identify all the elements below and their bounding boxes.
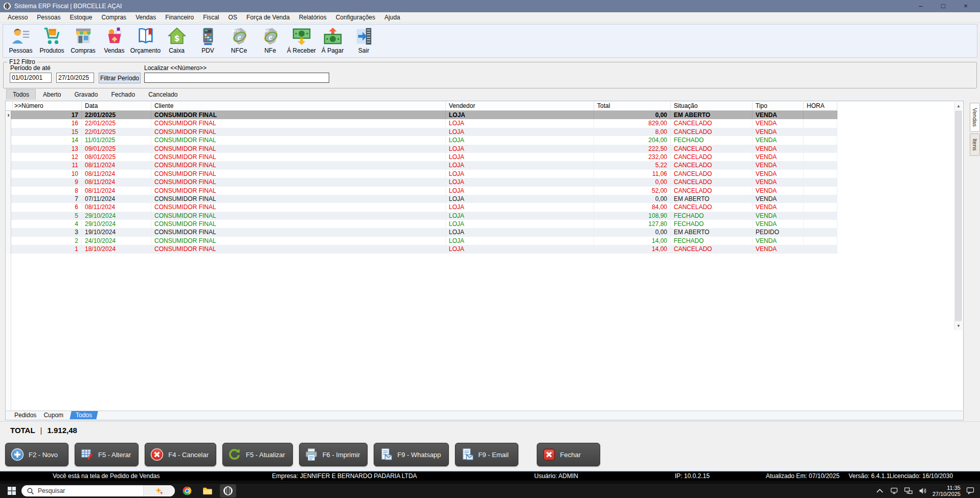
menu-item[interactable]: Financeiro [161,13,198,22]
action-button[interactable]: F2 - Novo [5,443,69,466]
cell-situacao: CANCELADO [671,161,753,169]
menu-item[interactable]: Relatórios [294,13,331,22]
side-tab[interactable]: Itens [970,133,980,156]
table-row[interactable]: 16 22/01/2025 CONSUMIDOR FINAL LOJA 829,… [6,119,837,127]
menu-item[interactable]: Pessoas [32,13,65,22]
action-button[interactable]: Fechar [537,443,600,466]
table-row[interactable]: 9 08/11/2024 CONSUMIDOR FINAL LOJA 0,00 … [6,178,837,186]
notification-center-icon[interactable] [966,486,975,495]
status-filter-tab[interactable]: Fechado [105,89,141,100]
toolbar-button[interactable]: Produtos [36,27,67,54]
cell-situacao: CANCELADO [671,153,753,161]
view-tab[interactable]: Cupom [43,412,63,419]
tray-chevron-up-icon[interactable] [875,486,884,495]
action-button-label: Fechar [560,451,581,459]
column-header[interactable]: Vendedor [446,102,594,110]
date-to-input[interactable] [56,73,94,83]
scroll-down-icon[interactable]: ▼ [955,322,962,330]
taskbar-search[interactable]: Pesquisar [21,485,175,496]
menu-item[interactable]: Ajuda [380,13,405,22]
status-filter-tab[interactable]: Gravado [68,89,104,100]
cell-tipo: VENDA [753,111,804,119]
table-row[interactable]: 5 29/10/2024 CONSUMIDOR FINAL LOJA 108,9… [6,212,837,220]
toolbar-button[interactable]: Á Pagar [317,27,348,54]
view-tab[interactable]: Pedidos [14,412,36,419]
cell-numero: 13 [11,145,82,153]
tray-device-icon[interactable] [890,486,899,495]
side-tab[interactable]: Vendas [970,103,980,132]
menu-item[interactable]: Vendas [131,13,161,22]
basket-icon [105,27,124,46]
table-row[interactable]: 2 24/10/2024 CONSUMIDOR FINAL LOJA 14,00… [6,237,837,245]
table-row[interactable]: › 17 22/01/2025 CONSUMIDOR FINAL LOJA 0,… [6,111,837,119]
menu-item[interactable]: Configurações [331,13,380,22]
table-row[interactable]: 15 22/01/2025 CONSUMIDOR FINAL LOJA 8,00… [6,128,837,136]
taskbar-clock[interactable]: 11:35 27/10/2025 [932,485,961,497]
browser-taskbar-icon[interactable] [179,484,195,497]
cell-hora [804,128,837,136]
toolbar-button[interactable]: Orçamento [130,27,161,54]
table-row[interactable]: 10 08/11/2024 CONSUMIDOR FINAL LOJA 11,0… [6,170,837,178]
menu-item[interactable]: Força de Venda [242,13,294,22]
table-row[interactable]: 11 08/11/2024 CONSUMIDOR FINAL LOJA 5,22… [6,161,837,169]
action-button[interactable]: F4 - Cancelar [145,443,216,466]
column-header[interactable]: >>Número [11,102,82,110]
search-number-input[interactable] [144,73,329,83]
minimize-button[interactable]: – [909,0,932,12]
toolbar-button[interactable]: $ Caixa [161,27,192,54]
toolbar-button[interactable]: Á Receber [286,27,317,54]
status-filter-tab[interactable]: Cancelado [142,89,184,100]
table-row[interactable]: 13 09/01/2025 CONSUMIDOR FINAL LOJA 222,… [6,145,837,153]
menu-item[interactable]: Fiscal [198,13,223,22]
column-header[interactable]: Data [82,102,151,110]
file-explorer-taskbar-icon[interactable] [199,484,216,497]
start-button[interactable] [4,484,19,497]
tray-volume-icon[interactable] [918,486,927,495]
cell-situacao: FECHADO [671,136,753,144]
toolbar-button[interactable]: Vendas [99,27,130,54]
table-row[interactable]: 7 07/11/2024 CONSUMIDOR FINAL LOJA 0,00 … [6,195,837,203]
cell-cliente: CONSUMIDOR FINAL [151,153,446,161]
table-row[interactable]: 14 11/01/2025 CONSUMIDOR FINAL LOJA 204,… [6,136,837,144]
scroll-up-icon[interactable]: ▲ [955,102,962,110]
action-button[interactable]: F9 - Email [455,443,518,466]
menu-item[interactable]: Acesso [3,13,32,22]
copilot-icon[interactable] [143,485,175,496]
column-header[interactable]: Situação [671,102,753,110]
filter-period-button[interactable]: Filtrar Período [99,73,141,83]
table-row[interactable]: 8 08/11/2024 CONSUMIDOR FINAL LOJA 52,00… [6,187,837,195]
column-header[interactable]: Tipo [753,102,804,110]
close-button[interactable]: × [954,0,977,12]
book-icon [136,27,155,46]
action-button[interactable]: F9 - Whatsapp [374,443,448,466]
action-button[interactable]: F5 - Atualizar [222,443,293,466]
toolbar-button[interactable]: eNF NFe [255,27,286,54]
table-row[interactable]: 1 18/10/2024 CONSUMIDOR FINAL LOJA 14,00… [6,245,837,253]
toolbar-button[interactable]: PDV [192,27,223,54]
table-row[interactable]: 4 29/10/2024 CONSUMIDOR FINAL LOJA 127,8… [6,220,837,228]
maximize-button[interactable]: □ [932,0,954,12]
table-row[interactable]: 6 08/11/2024 CONSUMIDOR FINAL LOJA 84,00… [6,203,837,211]
toolbar-button[interactable]: Pessoas [5,27,36,54]
view-tab[interactable]: Todos [70,411,98,419]
status-filter-tab[interactable]: Aberto [37,89,67,100]
toolbar-button[interactable]: Compras [67,27,99,54]
menu-item[interactable]: Compras [97,13,131,22]
table-row[interactable]: 3 19/10/2024 CONSUMIDOR FINAL LOJA 0,00 … [6,228,837,236]
cell-vendedor: LOJA [446,178,594,186]
cell-data: 08/11/2024 [82,187,151,195]
action-button[interactable]: F6 - Imprimir [299,443,368,466]
menu-item[interactable]: Estoque [65,13,97,22]
tray-network-icon[interactable] [904,486,913,495]
date-from-input[interactable] [10,73,52,83]
status-filter-tab[interactable]: Todos [6,89,36,100]
toolbar-button[interactable]: Sair [348,27,379,54]
erp-app-taskbar-icon[interactable] [220,484,236,497]
column-header[interactable]: Total [594,102,671,110]
menu-item[interactable]: OS [224,13,242,22]
table-row[interactable]: 12 08/01/2025 CONSUMIDOR FINAL LOJA 232,… [6,153,837,161]
column-header[interactable]: HORA [804,102,837,110]
action-button[interactable]: F5 - Alterar [75,443,139,466]
toolbar-button[interactable]: eNFC NFCe [223,27,255,54]
column-header[interactable]: Cliente [151,102,446,110]
